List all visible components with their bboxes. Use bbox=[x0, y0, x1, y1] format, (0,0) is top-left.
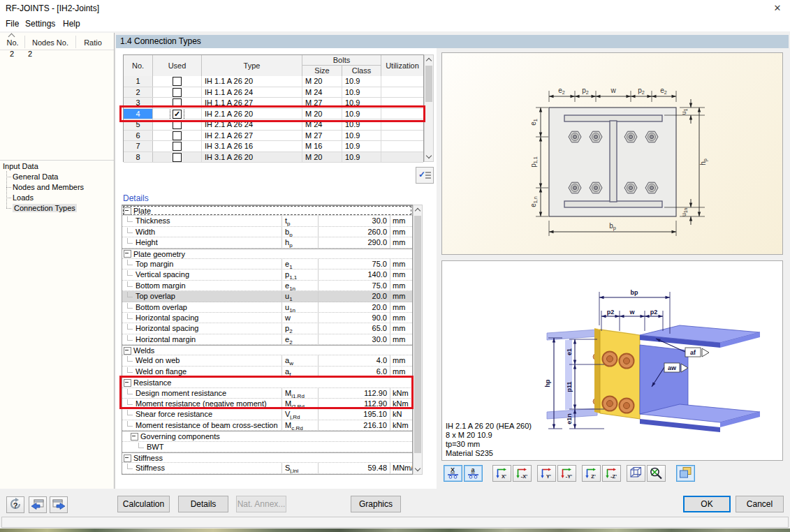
layers-button[interactable] bbox=[676, 465, 695, 482]
view-section-x-button[interactable]: X bbox=[444, 465, 462, 482]
value-cell[interactable]: 59.48 bbox=[319, 463, 390, 473]
used-cell[interactable] bbox=[153, 87, 202, 98]
view-axis-minus-x-button[interactable]: -X' bbox=[513, 465, 532, 482]
graphics-button[interactable]: Graphics bbox=[351, 496, 401, 512]
scroll-down-icon[interactable] bbox=[425, 152, 433, 161]
menu-file[interactable]: File bbox=[6, 19, 19, 29]
used-cell[interactable] bbox=[153, 131, 202, 141]
bolt-class-cell[interactable]: 10.9 bbox=[342, 131, 381, 141]
details-row[interactable]: Plate bbox=[122, 205, 412, 216]
used-cell[interactable] bbox=[153, 141, 202, 152]
details-row[interactable]: Top overlapu120.0mm bbox=[122, 291, 412, 302]
value-cell[interactable]: 30.0 bbox=[319, 216, 390, 226]
row-number[interactable]: 7 bbox=[124, 141, 153, 152]
details-row[interactable]: Plate geometry bbox=[122, 249, 412, 259]
col-utilization[interactable]: Utilization bbox=[381, 55, 423, 76]
view-axis-x-button[interactable]: X' bbox=[492, 465, 511, 482]
col-type[interactable]: Type bbox=[202, 55, 302, 76]
sidebar-item-loads[interactable]: Loads bbox=[0, 193, 114, 203]
scrollbar-thumb[interactable] bbox=[414, 216, 421, 453]
details-row[interactable]: Moment resistance of beam cross-sectionM… bbox=[122, 420, 412, 431]
details-button[interactable]: Details bbox=[178, 496, 228, 512]
scrollbar-thumb[interactable] bbox=[425, 66, 432, 102]
table-row[interactable]: 8IH 3.1 A 26 20M 2010.9 bbox=[124, 152, 423, 163]
menu-help[interactable]: Help bbox=[63, 19, 80, 29]
collapse-icon[interactable] bbox=[124, 347, 131, 355]
bolt-size-cell[interactable]: M 16 bbox=[302, 141, 342, 152]
value-cell[interactable]: 75.0 bbox=[319, 281, 390, 290]
nav-col-no[interactable]: No. bbox=[0, 38, 25, 47]
details-row[interactable]: Horizontal margine230.0mm bbox=[122, 334, 412, 345]
nav-table-row[interactable]: 2 2 bbox=[0, 50, 114, 61]
collapse-icon[interactable] bbox=[124, 250, 131, 258]
value-cell[interactable]: 140.0 bbox=[319, 269, 390, 279]
type-cell[interactable]: IH 2.1 A 26 27 bbox=[202, 131, 302, 141]
view-isometric-button[interactable] bbox=[627, 465, 645, 482]
table-row[interactable]: 2IH 1.1 A 26 24M 2410.9 bbox=[124, 87, 423, 98]
utilization-cell[interactable] bbox=[381, 87, 423, 98]
nat-annex-button[interactable]: Nat. Annex... bbox=[236, 496, 286, 512]
table-row[interactable]: 1IH 1.1 A 26 20M 2010.9 bbox=[124, 76, 423, 87]
value-cell[interactable]: 260.0 bbox=[319, 227, 390, 237]
used-checkbox[interactable] bbox=[173, 142, 182, 151]
utilization-cell[interactable] bbox=[381, 141, 423, 152]
col-no[interactable]: No. bbox=[124, 55, 153, 76]
row-number[interactable]: 1 bbox=[124, 76, 153, 87]
details-row[interactable]: Shear force resistanceVj,Rd195.10kN bbox=[122, 409, 412, 420]
zoom-off-button[interactable] bbox=[647, 465, 666, 482]
details-row[interactable]: Vertical spacingp1,1140.0mm bbox=[122, 269, 412, 280]
bolt-class-cell[interactable]: 10.9 bbox=[342, 87, 381, 98]
details-row[interactable]: BWT bbox=[122, 442, 412, 452]
nav-col-ratio[interactable]: Ratio bbox=[75, 38, 110, 47]
details-row[interactable]: Weld on webaw4.0mm bbox=[122, 355, 412, 366]
scroll-down-icon[interactable] bbox=[414, 464, 422, 474]
details-row[interactable]: Bottom margine1n75.0mm bbox=[122, 281, 412, 291]
value-cell[interactable]: 75.0 bbox=[319, 259, 390, 269]
scroll-up-icon[interactable] bbox=[425, 55, 433, 65]
used-cell[interactable] bbox=[153, 76, 202, 87]
sidebar-item-general-data[interactable]: General Data bbox=[0, 172, 114, 182]
view-section-a-button[interactable]: a bbox=[464, 465, 483, 482]
details-scrollbar[interactable] bbox=[413, 205, 423, 475]
connection-table-scrollbar[interactable] bbox=[424, 54, 434, 162]
row-number[interactable]: 8 bbox=[124, 152, 153, 163]
bolt-class-cell[interactable]: 10.9 bbox=[342, 152, 381, 163]
value-cell[interactable]: 195.10 bbox=[319, 409, 390, 419]
view-axis-minus-z-button[interactable]: -Z' bbox=[602, 465, 621, 482]
used-checkbox[interactable] bbox=[173, 131, 182, 140]
value-cell[interactable]: 4.0 bbox=[319, 355, 390, 365]
type-cell[interactable]: IH 3.1 A 26 20 bbox=[202, 152, 302, 163]
utilization-cell[interactable] bbox=[381, 76, 423, 87]
bolt-class-cell[interactable]: 10.9 bbox=[342, 141, 381, 152]
view-axis-z-button[interactable]: Z' bbox=[582, 465, 601, 482]
row-number[interactable]: 6 bbox=[124, 131, 153, 141]
used-cell[interactable] bbox=[153, 152, 202, 163]
details-row[interactable]: Horizontal spacingw90.0mm bbox=[122, 313, 412, 323]
col-used[interactable]: Used bbox=[153, 55, 202, 76]
bolt-size-cell[interactable]: M 20 bbox=[302, 76, 342, 87]
view-axis-minus-y-button[interactable]: -Y' bbox=[557, 465, 576, 482]
col-size[interactable]: Size bbox=[302, 66, 342, 76]
row-number[interactable]: 2 bbox=[124, 87, 153, 98]
sidebar-item-nodes-and-members[interactable]: Nodes and Members bbox=[0, 182, 114, 193]
details-row[interactable]: Horizontal spacingp265.0mm bbox=[122, 323, 412, 334]
details-row[interactable]: StiffnessSj,ini59.48MNm/ra bbox=[122, 463, 412, 473]
details-row[interactable]: Welds bbox=[122, 345, 412, 355]
value-cell[interactable]: 20.0 bbox=[319, 302, 390, 312]
value-cell[interactable]: 30.0 bbox=[319, 334, 390, 344]
table-row[interactable]: 7IH 3.1 A 26 16M 1610.9 bbox=[124, 141, 423, 152]
details-row[interactable]: Bottom overlapu1n20.0mm bbox=[122, 302, 412, 313]
value-cell[interactable]: 90.0 bbox=[319, 313, 390, 323]
type-cell[interactable]: IH 1.1 A 26 24 bbox=[202, 87, 302, 98]
utilization-cell[interactable] bbox=[381, 152, 423, 163]
bolt-size-cell[interactable]: M 27 bbox=[302, 131, 342, 141]
col-bolts[interactable]: Bolts bbox=[302, 55, 381, 66]
value-cell[interactable]: 216.10 bbox=[319, 420, 390, 430]
scroll-up-icon[interactable] bbox=[414, 205, 422, 215]
value-cell[interactable]: 290.0 bbox=[319, 237, 390, 247]
bolt-class-cell[interactable]: 10.9 bbox=[342, 76, 381, 87]
menu-settings[interactable]: Settings bbox=[25, 19, 55, 29]
details-row[interactable]: Heighthp290.0mm bbox=[122, 237, 412, 248]
used-checkbox[interactable] bbox=[173, 88, 182, 97]
type-cell[interactable]: IH 3.1 A 26 16 bbox=[202, 141, 302, 152]
